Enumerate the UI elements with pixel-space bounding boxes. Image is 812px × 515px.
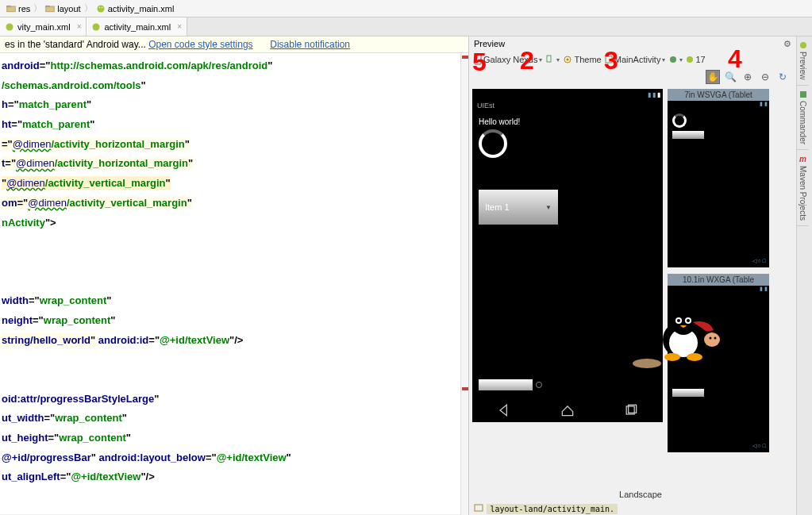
svg-point-29 [714, 337, 717, 340]
preview-path: layout-land/activity_main. [487, 504, 618, 514]
svg-point-26 [687, 353, 702, 361]
annotation-4: 4 [728, 44, 742, 74]
status-bar: ▮ ▮ ▮ [472, 89, 663, 100]
code-line[interactable]: @+id/progressBar" android:layout_below="… [2, 448, 468, 468]
annotation-2: 2 [520, 46, 534, 75]
layout-file-icon [474, 504, 483, 512]
refresh-icon[interactable]: ↻ [775, 70, 790, 84]
spinner-small [672, 389, 704, 397]
device-preview-7in[interactable]: 7in WSVGA (Tablet ▮ ▮ ◁ ○ □ [668, 89, 769, 267]
code-line[interactable]: "@dimen/activity_vertical_margin" [2, 174, 468, 194]
code-line[interactable]: /schemas.android.com/tools" [2, 76, 468, 96]
code-line[interactable] [2, 350, 468, 370]
orientation-selector[interactable]: ▾ [545, 55, 560, 64]
preview-toolbar: 5 Galaxy Nexus▾ 2 ▾ Theme 3 MainActivity… [469, 51, 812, 68]
grab-icon[interactable]: ✋ [706, 70, 720, 84]
code-style-notice: es in the 'standard' Android way... Open… [0, 37, 468, 53]
svg-rect-31 [475, 505, 483, 511]
mascot-icon [653, 302, 725, 365]
dropdown-arrow-icon: ▼ [545, 204, 552, 211]
code-line[interactable]: width="wrap_content" [2, 291, 468, 311]
home-icon[interactable] [560, 402, 575, 418]
tool-window-tabs: Preview Commander m Maven Projects [796, 37, 812, 515]
code-line[interactable]: ut_height="wrap_content" [2, 429, 468, 448]
progress-indicator-small [672, 113, 687, 128]
disable-notification-link[interactable]: Disable notification [270, 39, 350, 50]
annotation-3: 3 [604, 46, 618, 75]
code-line[interactable]: oid:attr/progressBarStyleLarge" [2, 390, 468, 409]
app-title: UIEst [472, 100, 663, 111]
code-line[interactable]: string/hello_world" android:id="@+id/tex… [2, 331, 468, 351]
crumb-res[interactable]: res [3, 4, 33, 13]
preview-pane: Preview ⚙ →| 5 Galaxy Nexus▾ 2 ▾ Theme 3 [468, 37, 812, 515]
code-line[interactable]: ="@dimen/activity_horizontal_margin" [2, 135, 468, 155]
svg-point-20 [671, 309, 696, 335]
crumb-layout[interactable]: layout [42, 4, 83, 13]
locale-selector[interactable]: ▾ [668, 56, 683, 63]
recent-icon[interactable] [623, 402, 639, 418]
spinner[interactable]: Item 1 ▼ [479, 190, 558, 225]
code-line[interactable]: neight="wrap_content" [2, 311, 468, 331]
sidebar-tab-commander[interactable]: Commander [797, 86, 809, 150]
svg-point-5 [98, 6, 100, 8]
editor-tabs: vity_main.xml × activity_main.xml × [0, 17, 812, 37]
svg-point-28 [710, 337, 712, 340]
sidebar-tab-maven[interactable]: m Maven Projects [797, 150, 809, 226]
code-line[interactable] [2, 370, 468, 390]
breadcrumb: res 〉 layout 〉 activity_main.xml [0, 0, 812, 17]
editor-area[interactable]: android="http://schemas.android.com/apk/… [0, 53, 468, 514]
svg-point-22 [677, 319, 680, 322]
code-line[interactable]: ut_alignLeft="@+id/textView"/> [2, 467, 468, 487]
preview-orientation-label: Landscape [469, 488, 812, 501]
code-line[interactable] [2, 252, 468, 272]
svg-point-15 [687, 56, 693, 63]
zoom-in-icon[interactable]: ⊕ [741, 70, 755, 84]
nav-bar [472, 398, 663, 422]
svg-rect-3 [46, 6, 50, 7]
code-line[interactable]: nActivity"> [2, 213, 468, 233]
code-line[interactable]: h="match_parent" [2, 95, 468, 115]
annotation-5: 5 [472, 48, 487, 77]
svg-rect-33 [800, 91, 806, 98]
error-stripe[interactable] [460, 54, 468, 515]
tab-close-icon[interactable]: × [77, 22, 82, 31]
svg-point-8 [93, 23, 100, 30]
theme-selector[interactable]: Theme [563, 55, 601, 64]
svg-rect-1 [7, 6, 11, 7]
tab-close-icon[interactable]: × [177, 22, 182, 31]
code-line[interactable] [2, 272, 468, 292]
svg-point-14 [670, 56, 676, 63]
hello-text: Hello world! [479, 117, 656, 126]
device-preview-main: ▮ ▮ ▮ UIEst Hello world! Item 1 ▼ [472, 89, 663, 422]
spinner-small [672, 131, 704, 139]
tab-1[interactable]: activity_main.xml × [87, 17, 187, 36]
crumb-file[interactable]: activity_main.xml [93, 4, 178, 13]
zoom-out-icon[interactable]: ⊖ [758, 70, 772, 84]
svg-point-6 [101, 6, 102, 8]
gear-icon[interactable]: ⚙ [783, 39, 793, 48]
svg-point-7 [6, 23, 13, 30]
api-selector[interactable]: 17 [686, 55, 705, 64]
radio-button[interactable] [536, 382, 542, 388]
preview-canvas[interactable]: ▮ ▮ ▮ UIEst Hello world! Item 1 ▼ [469, 86, 812, 488]
code-line[interactable]: t="@dimen/activity_horizontal_margin" [2, 154, 468, 174]
svg-point-25 [664, 353, 680, 361]
code-line[interactable] [2, 233, 468, 252]
open-code-style-link[interactable]: Open code style settings [148, 39, 252, 50]
tab-0[interactable]: vity_main.xml × [0, 17, 87, 36]
svg-point-24 [687, 319, 690, 322]
svg-rect-10 [547, 56, 551, 62]
code-line[interactable]: ht="match_parent" [2, 115, 468, 135]
sidebar-tab-preview[interactable]: Preview [797, 37, 809, 86]
svg-point-12 [567, 59, 569, 61]
code-line[interactable]: om="@dimen/activity_vertical_margin" [2, 194, 468, 213]
back-icon[interactable] [496, 402, 512, 418]
code-line[interactable]: android="http://schemas.android.com/apk/… [2, 56, 468, 76]
edit-field[interactable] [479, 379, 533, 390]
progress-indicator [479, 129, 507, 158]
editor-pane: es in the 'standard' Android way... Open… [0, 37, 468, 515]
code-line[interactable]: ut_width="wrap_content" [2, 409, 468, 429]
device-preview-10in[interactable]: 10.1in WXGA (Table ▮ ▮ [668, 274, 769, 452]
svg-point-32 [800, 42, 806, 48]
svg-point-27 [704, 332, 720, 347]
